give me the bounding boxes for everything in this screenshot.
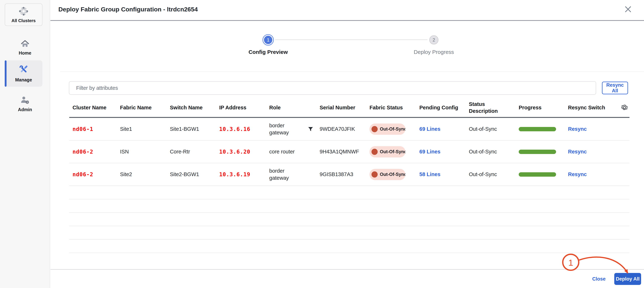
fabric-status-badge: Out-Of-Sync [370, 169, 406, 180]
table-row: nd06-2 Site2 Site2-BGW1 10.3.6.19 border… [69, 163, 630, 186]
status-dot-icon [372, 149, 378, 155]
step-2-circle: 2 [429, 35, 438, 44]
col-pending-config: Pending Config [419, 104, 469, 111]
close-button[interactable]: Close [592, 276, 606, 282]
step-1-label: Config Preview [223, 49, 314, 55]
fabric-status-text: Out-Of-Sync [380, 172, 406, 177]
manage-tools-icon [19, 64, 28, 75]
col-switch-name: Switch Name [170, 104, 219, 111]
progress-bar [519, 127, 556, 131]
resync-link[interactable]: Resync [568, 172, 616, 177]
col-cluster-name: Cluster Name [69, 104, 120, 111]
cell-status-description: Out-of-Sync [469, 172, 519, 177]
step-1-number: 1 [264, 36, 272, 44]
sidebar: All Clusters Home Manage [0, 0, 50, 288]
cell-progress [519, 127, 568, 131]
cell-status-description: Out-of-Sync [469, 149, 519, 155]
cell-cluster-name: nd06-1 [69, 126, 120, 132]
sidebar-item-label: Admin [18, 107, 32, 112]
progress-bar [519, 172, 556, 177]
sidebar-item-label: All Clusters [12, 18, 36, 23]
empty-table-row [69, 199, 630, 213]
cell-switch-name: Site1-BGW1 [170, 126, 219, 132]
col-serial-number: Serial Number [320, 104, 370, 111]
fabric-status-badge: Out-Of-Sync [370, 124, 406, 135]
home-icon [20, 40, 30, 48]
col-resync-switch: Resync Switch [568, 104, 616, 111]
col-fabric-name: Fabric Name [120, 104, 170, 111]
cell-switch-name: Site2-BGW1 [170, 172, 219, 177]
step-2-label: Deploy Progress [388, 49, 479, 55]
cell-fabric-status: Out-Of-Sync [370, 124, 419, 135]
cell-cluster-name: nd06-2 [69, 148, 120, 155]
cell-fabric-status: Out-Of-Sync [370, 146, 419, 158]
cell-role: border gateway [269, 122, 320, 136]
status-dot-icon [372, 172, 378, 178]
table-body: nd06-1 Site1 Site1-BGW1 10.3.6.16 border… [69, 118, 630, 269]
col-fabric-status: Fabric Status [370, 104, 419, 111]
all-clusters-icon [18, 6, 29, 17]
fabric-status-text: Out-Of-Sync [380, 149, 406, 154]
pending-config-link[interactable]: 58 Lines [419, 172, 469, 177]
empty-table-row [69, 253, 630, 269]
fabric-status-badge: Out-Of-Sync [370, 146, 406, 158]
cell-cluster-name: nd06-2 [69, 171, 120, 178]
filter-input[interactable] [69, 81, 596, 95]
role-text: core router [269, 148, 294, 155]
empty-table-row [69, 226, 630, 240]
empty-table-row [69, 240, 630, 253]
active-indicator [5, 60, 6, 87]
filter-funnel-icon[interactable] [307, 126, 314, 132]
table-row: nd06-1 Site1 Site1-BGW1 10.3.6.16 border… [69, 118, 630, 140]
switch-table: Cluster Name Fabric Name Switch Name IP … [69, 98, 630, 269]
col-status-description: Status Description [469, 101, 505, 114]
fabric-status-text: Out-Of-Sync [380, 126, 406, 132]
status-dot-icon [372, 126, 378, 132]
table-header-row: Cluster Name Fabric Name Switch Name IP … [69, 98, 630, 118]
cell-role: core router [269, 148, 320, 155]
cell-role: border gateway [269, 168, 320, 182]
sidebar-item-label: Home [19, 50, 31, 56]
pending-config-link[interactable]: 69 Lines [419, 126, 469, 132]
deploy-all-button[interactable]: Deploy All [614, 273, 641, 285]
cell-progress [519, 172, 568, 177]
cell-ip-address: 10.3.6.20 [219, 148, 269, 155]
footer-divider [50, 269, 644, 270]
sidebar-item-label: Manage [15, 77, 32, 82]
col-role: Role [269, 104, 320, 111]
cell-fabric-status: Out-Of-Sync [370, 169, 419, 180]
resync-link[interactable]: Resync [568, 126, 616, 132]
cell-fabric-name: Site2 [120, 172, 170, 177]
col-ip-address: IP Address [219, 104, 269, 111]
cell-status-description: Out-of-Sync [469, 126, 519, 132]
deploy-modal: Deploy Fabric Group Configuration - ltrd… [50, 0, 644, 288]
admin-user-gear-icon [20, 96, 30, 105]
sidebar-item-home[interactable]: Home [0, 40, 50, 56]
resync-all-button[interactable]: Resync All [602, 82, 628, 94]
empty-table-row [69, 186, 630, 199]
empty-table-row [69, 213, 630, 226]
sidebar-item-manage[interactable]: Manage [5, 60, 42, 87]
col-progress: Progress [519, 104, 568, 111]
cell-ip-address: 10.3.6.16 [219, 126, 269, 132]
role-text: border gateway [269, 122, 300, 136]
sidebar-item-admin[interactable]: Admin [0, 96, 50, 112]
step-2-number: 2 [432, 37, 435, 42]
resync-link[interactable]: Resync [568, 149, 616, 155]
table-row: nd06-2 ISN Core-Rtr 10.3.6.20 core route… [69, 140, 630, 163]
cell-serial-number: 9GISB1387A3 [320, 172, 370, 177]
sidebar-item-all-clusters[interactable]: All Clusters [5, 4, 42, 26]
cell-fabric-name: Site1 [120, 126, 170, 132]
column-settings-gear-icon[interactable] [620, 104, 630, 112]
step-1-circle: 1 [262, 34, 274, 46]
cell-serial-number: 9H43A1QMNWF [320, 149, 370, 155]
pending-config-link[interactable]: 69 Lines [419, 149, 469, 155]
role-text: border gateway [269, 168, 300, 182]
cell-ip-address: 10.3.6.19 [219, 171, 269, 178]
stepper-connector [275, 39, 428, 40]
cell-serial-number: 9WDEA70JFIK [320, 126, 370, 132]
title-divider [50, 20, 644, 21]
cell-switch-name: Core-Rtr [170, 149, 219, 155]
close-icon[interactable] [623, 5, 633, 14]
cell-fabric-name: ISN [120, 149, 170, 155]
